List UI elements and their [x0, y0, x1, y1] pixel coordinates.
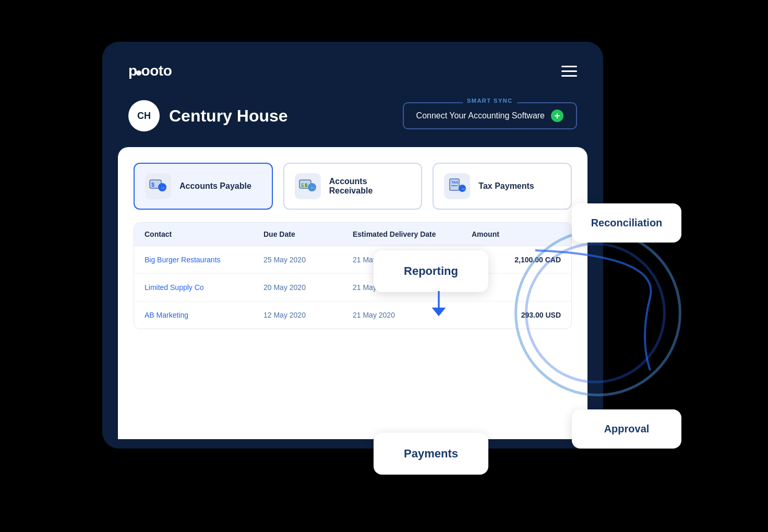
tax-icon: TAX → — [444, 173, 470, 199]
data-table: Contact Due Date Estimated Delivery Date… — [134, 222, 572, 329]
row-2-due-date: 20 May 2020 — [263, 283, 353, 292]
content-area: $ → Accounts Payable 💵 ← — [118, 147, 587, 439]
row-2-contact: Limited Supply Co — [145, 283, 263, 292]
svg-text:→: → — [160, 185, 165, 190]
svg-marker-14 — [432, 308, 446, 317]
category-card-tax-payments[interactable]: TAX → Tax Payments — [433, 163, 572, 210]
arrow-down-icon — [428, 291, 449, 319]
main-card: pooto CH Century House SMART SYNC Connec… — [102, 42, 603, 449]
tax-payments-label: Tax Payments — [478, 182, 534, 191]
svg-text:$: $ — [151, 182, 154, 188]
hamburger-line-1 — [561, 66, 577, 67]
reporting-label: Reporting — [404, 264, 458, 278]
row-3-due-date: 12 May 2020 — [263, 311, 353, 319]
approval-box[interactable]: Approval — [572, 409, 681, 449]
accounts-payable-label: Accounts Payable — [179, 182, 251, 191]
svg-text:←: ← — [310, 185, 315, 190]
plus-symbol: + — [555, 111, 560, 120]
company-row: CH Century House SMART SYNC Connect Your… — [102, 95, 603, 147]
payable-icon: $ → — [145, 173, 171, 199]
company-left: CH Century House — [128, 100, 288, 131]
col-due-date: Due Date — [263, 230, 353, 238]
category-row: $ → Accounts Payable 💵 ← — [134, 163, 572, 210]
avatar: CH — [128, 100, 160, 131]
table-row[interactable]: Big Burger Restaurants 25 May 2020 21 Ma… — [134, 246, 571, 274]
logo: pooto — [128, 63, 172, 79]
table-row[interactable]: AB Marketing 12 May 2020 21 May 2020 293… — [134, 301, 571, 329]
approval-label: Approval — [604, 423, 650, 435]
hamburger-menu[interactable] — [561, 66, 577, 77]
row-1-due-date: 25 May 2020 — [263, 256, 353, 264]
table-row[interactable]: Limited Supply Co 20 May 2020 21 May 202… — [134, 274, 571, 301]
category-card-accounts-payable[interactable]: $ → Accounts Payable — [134, 163, 273, 210]
hamburger-line-3 — [561, 75, 577, 77]
table-header: Contact Due Date Estimated Delivery Date… — [134, 223, 571, 246]
reporting-box[interactable]: Reporting — [374, 250, 488, 292]
accounts-receivable-label: Accounts Receivable — [329, 177, 411, 196]
smart-sync-label: SMART SYNC — [463, 98, 517, 104]
avatar-initials: CH — [137, 111, 151, 122]
col-amount: Amount — [472, 230, 561, 238]
logo-dot-icon — [136, 70, 141, 76]
svg-text:TAX: TAX — [451, 180, 459, 184]
category-card-accounts-receivable[interactable]: 💵 ← Accounts Receivable — [283, 163, 423, 210]
logo-text: pooto — [128, 63, 172, 79]
reconciliation-box[interactable]: Reconciliation — [572, 203, 681, 243]
payments-box[interactable]: Payments — [374, 433, 488, 475]
svg-text:💵: 💵 — [301, 182, 308, 188]
company-name: Century House — [169, 106, 288, 126]
col-delivery-date: Estimated Delivery Date — [353, 230, 472, 238]
plus-icon: + — [551, 110, 563, 122]
scene: pooto CH Century House SMART SYNC Connec… — [71, 26, 697, 506]
svg-text:→: → — [461, 186, 466, 191]
row-3-amount: 293.00 USD — [472, 311, 561, 319]
smart-sync-text: Connect Your Accounting Software — [416, 111, 545, 120]
reconciliation-label: Reconciliation — [591, 217, 663, 229]
col-contact: Contact — [145, 230, 263, 238]
hamburger-line-2 — [561, 70, 577, 72]
smart-sync-button[interactable]: SMART SYNC Connect Your Accounting Softw… — [403, 102, 577, 129]
receivable-icon: 💵 ← — [295, 173, 321, 199]
row-3-contact: AB Marketing — [145, 311, 263, 319]
row-3-delivery-date: 21 May 2020 — [353, 311, 472, 319]
header: pooto — [102, 42, 603, 95]
payments-label: Payments — [404, 447, 458, 461]
row-1-contact: Big Burger Restaurants — [145, 256, 263, 264]
smart-sync-content: Connect Your Accounting Software + — [416, 110, 563, 122]
